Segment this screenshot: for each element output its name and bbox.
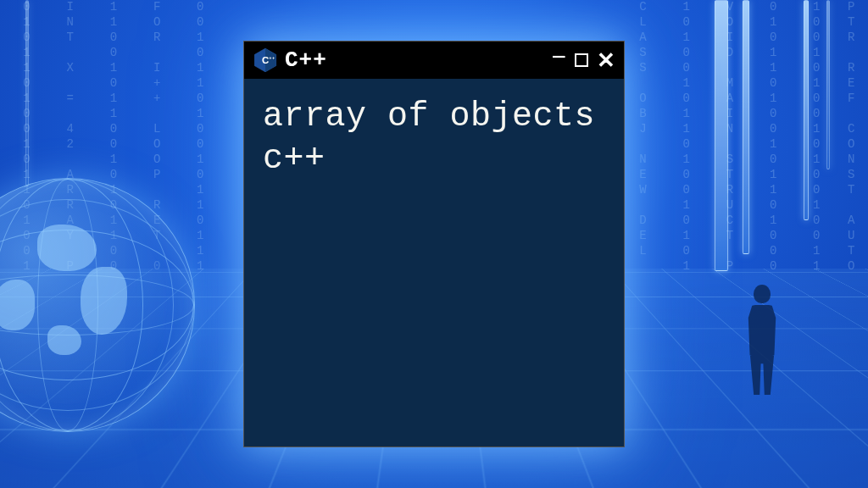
window-titlebar[interactable]: C + + C++ − ✕ [244,42,624,79]
cpp-logo-icon: C + + [253,47,278,73]
background-lightbar [804,0,809,220]
background-lightbar [743,0,749,254]
background-lightbar [25,0,29,186]
svg-text:+: + [270,56,272,60]
minimize-icon[interactable]: − [551,44,566,69]
window-title: C++ [285,47,327,73]
background-lightbar [826,0,830,169]
background-lightbar [715,0,728,271]
background-person-silhouette [741,285,783,395]
svg-text:+: + [272,56,275,60]
svg-text:C: C [262,55,269,65]
maximize-icon[interactable] [575,53,588,67]
terminal-content: array of objects c++ [244,79,624,446]
terminal-window: C + + C++ − ✕ array of objects c++ [243,41,625,447]
close-icon[interactable]: ✕ [597,49,615,71]
